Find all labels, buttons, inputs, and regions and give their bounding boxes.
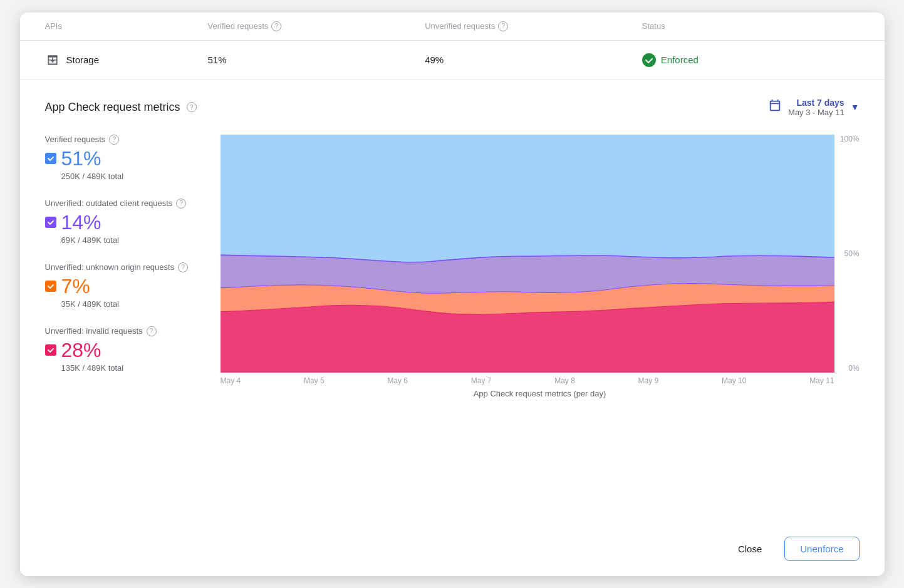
x-label-may9: May 9 [638, 376, 659, 385]
date-range-label: Last 7 days [788, 98, 844, 108]
api-name: Storage [66, 54, 100, 65]
verified-total: 250K / 489K total [61, 172, 195, 181]
y-label-100: 100% [837, 135, 860, 143]
col-apis-label: APIs [45, 21, 62, 31]
col-unverified-label: Unverified requests [425, 21, 495, 31]
legend-item-invalid: Unverified: invalid requests ? 28% 135K … [45, 326, 195, 373]
unknown-total: 35K / 489K total [61, 299, 195, 309]
col-status-label: Status [642, 21, 665, 31]
status-label: Enforced [661, 54, 699, 65]
col-apis: APIs [45, 21, 208, 31]
invalid-pct-value: 28% [61, 339, 101, 362]
legend-item-outdated: Unverified: outdated client requests ? 1… [45, 199, 195, 245]
date-range-text: Last 7 days May 3 - May 11 [788, 98, 844, 117]
verified-label-text: Verified requests [45, 135, 106, 144]
api-cell: Storage [45, 54, 208, 66]
metrics-title-text: App Check request metrics [45, 101, 180, 114]
col-status: Status [642, 21, 860, 31]
outdated-legend-help-icon[interactable]: ? [176, 199, 186, 209]
x-label-may7: May 7 [471, 376, 492, 385]
x-label-may8: May 8 [554, 376, 575, 385]
close-button[interactable]: Close [725, 537, 774, 560]
unenforce-button[interactable]: Unenforce [784, 537, 859, 561]
legend-panel: Verified requests ? 51% 250K / 489K tota… [45, 135, 195, 398]
svg-rect-0 [48, 55, 57, 57]
verified-legend-help-icon[interactable]: ? [109, 135, 119, 145]
area-chart [221, 135, 834, 373]
invalid-checkbox[interactable] [45, 344, 56, 356]
chart-caption: App Check request metrics (per day) [221, 389, 860, 398]
svg-rect-1 [48, 59, 57, 61]
outdated-label-text: Unverified: outdated client requests [45, 199, 173, 208]
metrics-body: Verified requests ? 51% 250K / 489K tota… [45, 135, 860, 398]
date-range-sub: May 3 - May 11 [788, 108, 844, 117]
svg-rect-2 [48, 63, 57, 64]
col-verified-label: Verified requests [208, 21, 269, 31]
col-unverified: Unverified requests ? [425, 21, 642, 31]
chevron-down-icon: ▼ [851, 102, 860, 112]
table-row: Storage 51% 49% Enforced [20, 41, 885, 80]
outdated-pct-value: 14% [61, 211, 101, 234]
y-label-50: 50% [837, 249, 860, 258]
unknown-legend-help-icon[interactable]: ? [178, 262, 188, 272]
dialog-footer: Close Unenforce [20, 527, 885, 576]
x-label-may6: May 6 [387, 376, 408, 385]
chart-area-verified [221, 135, 834, 262]
dialog: APIs Verified requests ? Unverified requ… [20, 13, 885, 576]
table-header: APIs Verified requests ? Unverified requ… [20, 13, 885, 41]
status-cell: Enforced [642, 53, 860, 67]
legend-item-unknown: Unverified: unknown origin requests ? 7%… [45, 262, 195, 309]
col-verified: Verified requests ? [208, 21, 425, 31]
metrics-title-container: App Check request metrics ? [45, 101, 197, 114]
unknown-label-text: Unverified: unknown origin requests [45, 262, 175, 272]
unknown-checkbox[interactable] [45, 281, 56, 292]
unverified-pct: 49% [425, 54, 642, 65]
invalid-total: 135K / 489K total [61, 363, 195, 373]
chart-container: 100% 50% 0% [221, 135, 860, 373]
y-label-0: 0% [837, 364, 860, 373]
x-label-may4: May 4 [221, 376, 241, 385]
verified-pct: 51% [208, 54, 425, 65]
x-label-may10: May 10 [722, 376, 746, 385]
chart-x-labels: May 4 May 5 May 6 May 7 May 8 May 9 May … [221, 373, 834, 385]
invalid-label-text: Unverified: invalid requests [45, 326, 143, 336]
metrics-section: App Check request metrics ? Last 7 days … [20, 80, 885, 527]
unknown-pct-value: 7% [61, 275, 90, 298]
metrics-header: App Check request metrics ? Last 7 days … [45, 98, 860, 117]
legend-label-outdated: Unverified: outdated client requests ? [45, 199, 195, 209]
chart-panel: 100% 50% 0% [221, 135, 860, 398]
verified-help-icon[interactable]: ? [271, 21, 281, 31]
outdated-total: 69K / 489K total [61, 235, 195, 245]
verified-checkbox[interactable] [45, 153, 56, 164]
metrics-help-icon[interactable]: ? [187, 102, 197, 112]
x-label-may5: May 5 [304, 376, 325, 385]
legend-label-verified: Verified requests ? [45, 135, 195, 145]
x-label-may11: May 11 [809, 376, 834, 385]
outdated-checkbox[interactable] [45, 217, 56, 228]
calendar-icon [768, 99, 782, 116]
invalid-legend-help-icon[interactable]: ? [147, 326, 157, 336]
storage-icon [45, 54, 60, 66]
legend-item-verified: Verified requests ? 51% 250K / 489K tota… [45, 135, 195, 181]
enforced-check-icon [642, 53, 656, 67]
date-range-picker[interactable]: Last 7 days May 3 - May 11 ▼ [768, 98, 859, 117]
unverified-help-icon[interactable]: ? [498, 21, 508, 31]
verified-pct-value: 51% [61, 147, 101, 170]
legend-label-unknown: Unverified: unknown origin requests ? [45, 262, 195, 272]
legend-label-invalid: Unverified: invalid requests ? [45, 326, 195, 336]
